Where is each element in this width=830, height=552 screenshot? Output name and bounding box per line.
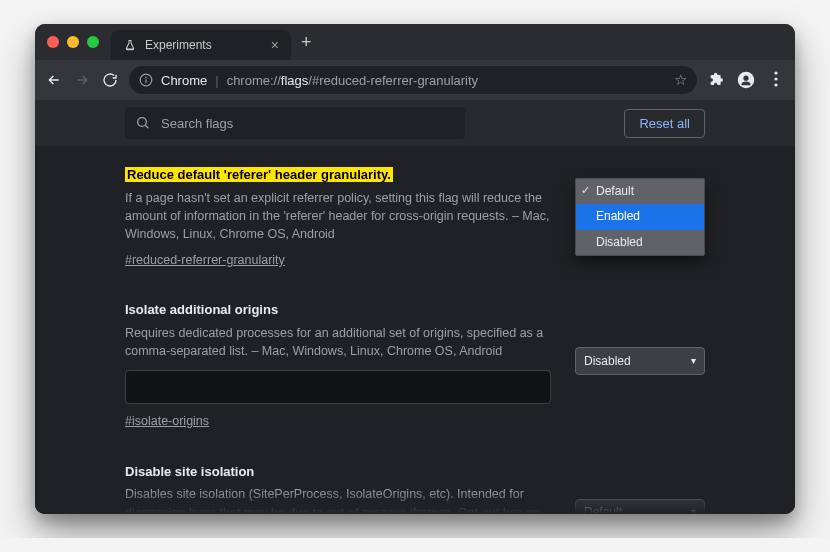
close-tab-icon[interactable]: ×: [271, 37, 279, 53]
svg-point-1: [145, 77, 147, 79]
address-bar[interactable]: Chrome | chrome://flags/#reduced-referre…: [129, 66, 697, 94]
svg-rect-2: [145, 79, 146, 83]
toolbar: Chrome | chrome://flags/#reduced-referre…: [35, 60, 795, 100]
flag-item: Disable site isolation Disables site iso…: [125, 463, 705, 514]
select-value: Disabled: [584, 353, 631, 370]
extensions-icon[interactable]: [707, 71, 725, 89]
forward-button[interactable]: [73, 71, 91, 89]
flag-description: Disables site isolation (SitePerProcess,…: [125, 485, 551, 514]
svg-line-8: [145, 125, 148, 128]
select-option-default[interactable]: Default: [576, 179, 704, 204]
flag-select[interactable]: Disabled ▾: [575, 347, 705, 375]
flag-title: Reduce default 'referer' header granular…: [125, 167, 393, 182]
maximize-window-button[interactable]: [87, 36, 99, 48]
menu-kebab-icon[interactable]: [767, 71, 785, 89]
toolbar-right-icons: [707, 71, 785, 89]
tab-title: Experiments: [145, 38, 212, 52]
flag-item: Reduce default 'referer' header granular…: [125, 166, 705, 269]
browser-tab[interactable]: Experiments ×: [111, 30, 291, 60]
select-value: Default: [584, 504, 622, 514]
flag-description: If a page hasn't set an explicit referre…: [125, 189, 551, 243]
minimize-window-button[interactable]: [67, 36, 79, 48]
new-tab-button[interactable]: +: [301, 32, 312, 53]
chevron-down-icon: ▾: [691, 354, 696, 369]
browser-window: Experiments × + Chrome | chrome://flags/…: [35, 24, 795, 514]
flask-icon: [123, 38, 137, 52]
reload-button[interactable]: [101, 71, 119, 89]
select-option-enabled[interactable]: Enabled: [576, 204, 704, 229]
flag-select-dropdown: Default Enabled Disabled: [575, 178, 705, 256]
profile-avatar-icon[interactable]: [737, 71, 755, 89]
flag-anchor-link[interactable]: #reduced-referrer-granularity: [125, 251, 285, 269]
site-info-icon[interactable]: [139, 73, 153, 87]
svg-point-4: [774, 71, 777, 74]
search-icon: [135, 115, 151, 131]
page-content: Search flags Reset all Reduce default 'r…: [35, 100, 795, 514]
flag-title: Disable site isolation: [125, 464, 254, 479]
flag-item: Isolate additional origins Requires dedi…: [125, 301, 705, 430]
flag-select[interactable]: Default ▾: [575, 499, 705, 514]
chevron-down-icon: ▾: [691, 505, 696, 514]
flag-description: Requires dedicated processes for an addi…: [125, 324, 551, 360]
back-button[interactable]: [45, 71, 63, 89]
origins-text-input[interactable]: [125, 370, 551, 404]
search-placeholder: Search flags: [161, 116, 233, 131]
reset-all-button[interactable]: Reset all: [624, 109, 705, 138]
omnibox-label: Chrome: [161, 73, 207, 88]
titlebar: Experiments × +: [35, 24, 795, 60]
omnibox-separator: |: [215, 73, 218, 88]
flag-anchor-link[interactable]: #isolate-origins: [125, 412, 209, 430]
select-option-disabled[interactable]: Disabled: [576, 230, 704, 255]
svg-point-5: [774, 77, 777, 80]
window-controls: [47, 36, 99, 48]
close-window-button[interactable]: [47, 36, 59, 48]
svg-point-7: [138, 118, 147, 127]
bookmark-star-icon[interactable]: ☆: [674, 71, 687, 89]
omnibox-url: chrome://flags/#reduced-referrer-granula…: [227, 73, 478, 88]
flags-list: Reduce default 'referer' header granular…: [35, 146, 795, 514]
svg-point-6: [774, 83, 777, 86]
flag-title: Isolate additional origins: [125, 302, 278, 317]
flags-topbar: Search flags Reset all: [35, 100, 795, 146]
search-input[interactable]: Search flags: [125, 107, 465, 139]
